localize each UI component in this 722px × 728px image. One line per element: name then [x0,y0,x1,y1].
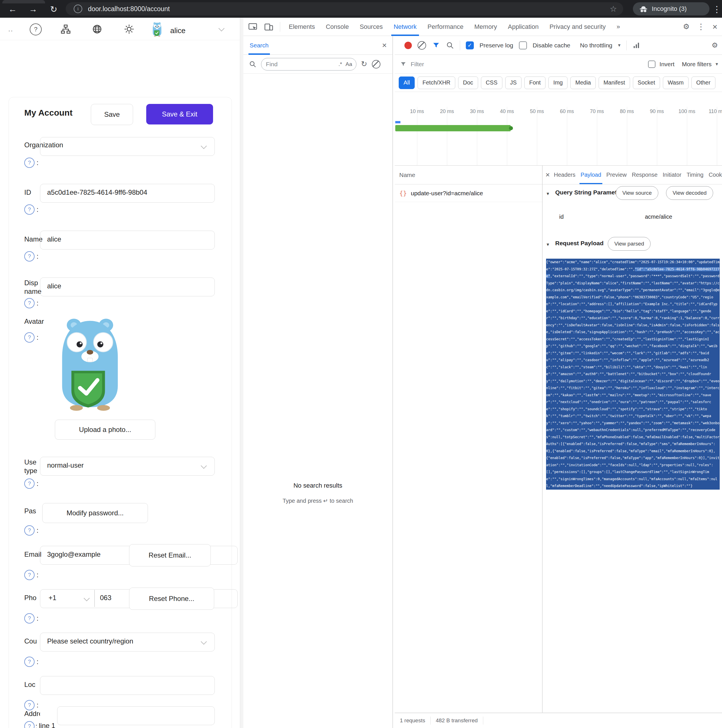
display-name-help-icon[interactable]: ? [24,298,35,308]
tab-sources[interactable]: Sources [357,18,385,36]
payload-json-text[interactable]: {"owner":"acme","name":"alice","createdT… [546,258,720,489]
phone-country-code[interactable]: +1 [49,594,56,602]
request-name[interactable]: update-user?id=acme/alice [411,190,483,197]
reload-icon[interactable]: ↻ [48,3,60,15]
match-case-icon[interactable]: Aa [346,61,352,67]
name-input[interactable] [40,231,215,249]
url-text[interactable]: door.localhost:8000/account [88,5,610,13]
request-row[interactable]: {} update-user?id=acme/alice [395,184,542,202]
network-conditions-icon[interactable] [632,41,640,49]
back-icon[interactable]: ← [6,3,19,15]
devtools-settings-icon[interactable]: ⚙ [683,22,690,31]
filter-funnel-icon[interactable] [432,41,440,50]
regex-icon[interactable]: .* [339,61,342,67]
tab-memory[interactable]: Memory [472,18,499,36]
network-settings-icon[interactable]: ⚙ [712,41,722,49]
invert-checkbox[interactable] [648,61,655,68]
pane-divider[interactable] [542,165,543,713]
view-source-button[interactable]: View source [616,186,658,200]
location-input[interactable] [40,676,215,695]
site-info-icon[interactable]: i [74,5,82,13]
chevron-down-icon[interactable] [218,25,224,31]
chip-doc[interactable]: Doc [458,76,478,89]
network-search-icon[interactable] [446,41,454,49]
devtools-menu-icon[interactable]: ⋮ [697,22,705,31]
help-icon[interactable]: ? [30,23,42,35]
tab-privacy-security[interactable]: Privacy and security [547,18,608,36]
tab-headers[interactable]: Headers [553,165,576,184]
chip-fetch-xhr[interactable]: Fetch/XHR [417,76,455,89]
filter-input[interactable]: Filter [411,61,644,68]
tab-console[interactable]: Console [323,18,351,36]
tab-initiator[interactable]: Initiator [661,165,682,184]
country-help-icon[interactable]: ? [24,657,35,667]
search-panel-title[interactable]: Search [248,36,270,55]
location-help-icon[interactable]: ? [24,700,35,710]
chip-js[interactable]: JS [505,76,521,89]
modify-password-button[interactable]: Modify password... [42,503,148,523]
save-exit-button[interactable]: Save & Exit [146,104,213,124]
view-decoded-button[interactable]: View decoded [666,186,713,200]
tab-performance[interactable]: Performance [425,18,466,36]
inspect-element-icon[interactable] [248,22,258,32]
tab-preview[interactable]: Preview [605,165,628,184]
search-clear-icon[interactable] [372,60,380,69]
email-help-icon[interactable]: ? [24,570,35,580]
save-button[interactable]: Save [91,104,133,125]
network-overview-timeline[interactable]: 10 ms 20 ms 30 ms 40 ms 50 ms 60 ms 70 m… [395,92,722,165]
name-help-icon[interactable]: ? [24,251,35,262]
chip-media[interactable]: Media [570,76,595,89]
search-close-icon[interactable]: × [382,41,387,50]
organization-help-icon[interactable]: ? [24,158,35,168]
device-toolbar-icon[interactable] [264,22,274,32]
chip-manifest[interactable]: Manifest [599,76,630,89]
tab-cookies[interactable]: Cookies [707,165,722,184]
tab-response[interactable]: Response [631,165,659,184]
browser-tab[interactable] [2,0,45,3]
disable-cache-checkbox[interactable] [519,41,527,49]
bookmark-star-icon[interactable]: ☆ [610,4,617,14]
inspector-close-icon[interactable]: × [546,170,550,179]
chip-all[interactable]: All [399,76,415,89]
language-globe-icon[interactable] [92,24,102,34]
record-icon[interactable] [405,42,412,49]
sitemap-icon[interactable] [61,24,71,34]
name-column-header[interactable]: Name [399,171,415,179]
more-filters-select[interactable]: More filters [682,61,712,68]
collapse-triangle-icon[interactable]: ▾ [547,191,549,197]
display-name-input[interactable] [40,277,215,296]
tab-application[interactable]: Application [506,18,541,36]
tab-timing[interactable]: Timing [685,165,705,184]
password-help-icon[interactable]: ? [24,525,35,535]
clear-network-log-icon[interactable] [417,41,426,50]
user-type-help-icon[interactable]: ? [24,479,35,489]
username[interactable]: alice [170,26,185,35]
reset-email-button[interactable]: Reset Email... [129,544,211,566]
chip-other[interactable]: Other [691,76,716,89]
forward-icon[interactable]: → [27,3,40,15]
browser-menu-icon[interactable]: ⋮ [711,3,722,15]
preserve-log-checkbox[interactable]: ✓ [466,41,474,49]
nav-overflow-icon[interactable]: ·· [8,26,13,35]
search-refresh-icon[interactable]: ↻ [361,60,367,69]
throttling-select[interactable]: No throttling [580,42,612,49]
chip-img[interactable]: Img [548,76,567,89]
avatar-help-icon[interactable]: ? [24,332,35,343]
avatar[interactable] [151,22,163,37]
tab-network[interactable]: Network [391,18,419,36]
devtools-close-icon[interactable]: × [712,22,717,32]
chip-font[interactable]: Font [524,76,546,89]
chip-css[interactable]: CSS [481,76,502,89]
view-parsed-button[interactable]: View parsed [608,237,651,251]
reset-phone-button[interactable]: Reset Phone... [129,587,214,610]
organization-select[interactable] [40,137,215,156]
more-tabs-icon[interactable]: » [614,18,622,36]
url-bar[interactable]: i door.localhost:8000/account ☆ [66,2,623,15]
find-input[interactable]: Find .* Aa [261,58,356,70]
chip-socket[interactable]: Socket [633,76,660,89]
chip-wasm[interactable]: Wasm [663,76,688,89]
theme-sun-icon[interactable] [124,24,134,34]
id-help-icon[interactable]: ? [24,204,35,215]
phone-help-icon[interactable]: ? [24,613,35,624]
collapse-triangle-icon[interactable]: ▾ [547,242,549,248]
